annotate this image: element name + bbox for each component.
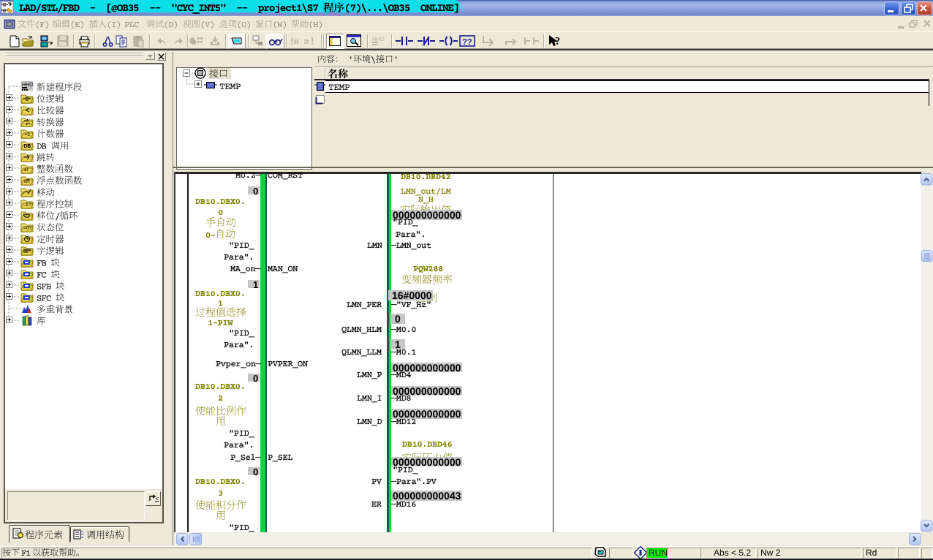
svg-text:<: <: [155, 495, 159, 502]
svg-text:+1: +1: [24, 132, 30, 137]
svg-text:HHO: HHO: [372, 36, 385, 42]
svg-text:?: ?: [555, 36, 560, 47]
svg-text:=0?: =0?: [23, 225, 31, 230]
svg-text:DB: DB: [24, 143, 31, 148]
svg-text:??: ??: [462, 37, 472, 46]
svg-text:HHO: HHO: [22, 82, 34, 87]
svg-text:±R: ±R: [23, 178, 30, 183]
svg-text:±I: ±I: [24, 167, 29, 172]
svg-text:-1?: -1?: [24, 202, 31, 207]
